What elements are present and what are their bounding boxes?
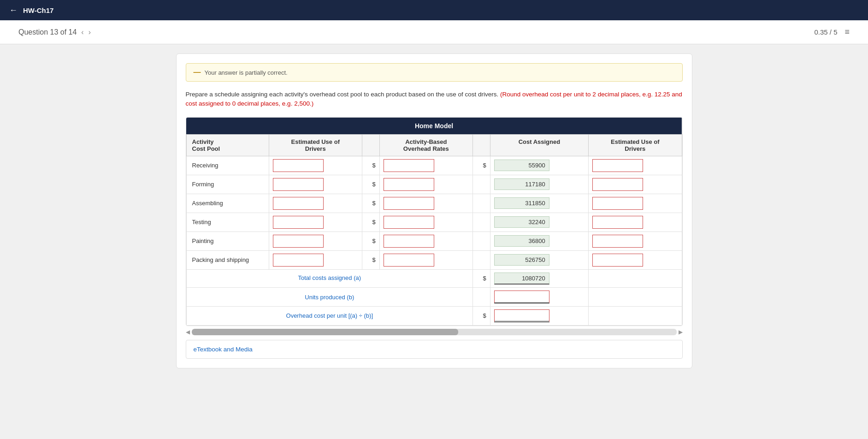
packing-est-drivers-1-input[interactable] <box>273 254 324 267</box>
forming-est-drivers-1-input[interactable] <box>273 178 324 191</box>
prev-question-button[interactable]: ‹ <box>81 28 83 36</box>
col-header-activity: ActivityCost Pool <box>186 134 269 156</box>
testing-cost-value: 32240 <box>494 216 549 228</box>
next-question-button[interactable]: › <box>89 28 91 36</box>
total-label: Total costs assigned (a) <box>298 274 361 281</box>
score-area: 0.35 / 5 ≡ <box>814 27 850 37</box>
col-header-est-drivers-1: Estimated Use ofDrivers <box>269 134 362 156</box>
painting-est-drivers-2-input[interactable] <box>592 235 643 248</box>
etextbook-label: eTextbook and Media <box>194 346 253 353</box>
forming-ab-rate-input[interactable] <box>384 178 434 191</box>
forming-cost-value: 117180 <box>494 178 549 190</box>
top-navigation: ← HW-Ch17 <box>0 0 868 20</box>
testing-est-drivers-2-input[interactable] <box>592 216 643 229</box>
assembling-ab-rate-input[interactable] <box>384 197 434 210</box>
receiving-cost-assigned-cell: 55900 <box>490 156 588 175</box>
overhead-spacer-col <box>589 306 682 325</box>
assembling-est-drivers-2-cell <box>589 194 682 213</box>
table-row: Testing $ 32240 <box>186 213 682 231</box>
units-produced-input[interactable] <box>494 291 549 303</box>
receiving-cost-value: 55900 <box>494 160 549 171</box>
assembling-est-drivers-2-input[interactable] <box>592 197 643 210</box>
units-spacer-dollar <box>473 287 490 306</box>
scroll-right-arrow[interactable]: ▶ <box>679 329 683 335</box>
main-content: — Your answer is partially correct. Prep… <box>158 44 711 385</box>
instructions: Prepare a schedule assigning each activi… <box>186 90 683 109</box>
scrollbar-track[interactable] <box>192 329 677 335</box>
painting-est-drivers-1-cell <box>269 231 362 250</box>
list-icon[interactable]: ≡ <box>844 27 850 37</box>
receiving-ab-rate-input[interactable] <box>384 159 434 172</box>
painting-cost-value: 36800 <box>494 235 549 247</box>
overhead-cost-input[interactable] <box>494 309 549 322</box>
scrollbar-thumb <box>192 329 459 335</box>
receiving-est-drivers-2-cell <box>589 156 682 175</box>
packing-ab-rate-input[interactable] <box>384 254 434 267</box>
col-header-ab-rates: Activity-BasedOverhead Rates <box>379 134 472 156</box>
testing-ab-rate-input[interactable] <box>384 216 434 229</box>
col-header-spacer2 <box>473 134 490 156</box>
testing-cost-assigned-cell: 32240 <box>490 213 588 231</box>
scrollbar-area: ◀ ▶ <box>186 329 683 335</box>
activity-testing: Testing <box>186 213 269 231</box>
painting-est-drivers-1-input[interactable] <box>273 235 324 248</box>
assembling-dollar-1: $ <box>362 194 379 213</box>
receiving-est-drivers-2-input[interactable] <box>592 159 643 172</box>
receiving-est-drivers-1-input[interactable] <box>273 159 324 172</box>
packing-dollar-1: $ <box>362 250 379 269</box>
scroll-left-arrow[interactable]: ◀ <box>186 329 190 335</box>
table-row: Painting $ 36800 <box>186 231 682 250</box>
units-label: Units produced (b) <box>305 294 354 301</box>
activity-painting: Painting <box>186 231 269 250</box>
painting-ab-rate-input[interactable] <box>384 235 434 248</box>
instructions-main: Prepare a schedule assigning each activi… <box>186 91 499 98</box>
forming-dollar-1: $ <box>362 175 379 194</box>
col-header-spacer1 <box>362 134 379 156</box>
forming-ab-rate-cell <box>379 175 472 194</box>
question-label: Question 13 of 14 <box>18 28 77 36</box>
testing-dollar-1: $ <box>362 213 379 231</box>
question-header: Question 13 of 14 ‹ › 0.35 / 5 ≡ <box>0 20 868 44</box>
packing-dollar-2 <box>473 250 490 269</box>
packing-cost-assigned-cell: 526750 <box>490 250 588 269</box>
packing-est-drivers-2-input[interactable] <box>592 254 643 267</box>
receiving-est-drivers-1-cell <box>269 156 362 175</box>
column-header-row: ActivityCost Pool Estimated Use ofDriver… <box>186 134 682 156</box>
units-produced-row: Units produced (b) <box>186 287 682 306</box>
etextbook-bar[interactable]: eTextbook and Media <box>186 340 683 359</box>
testing-est-drivers-1-input[interactable] <box>273 216 324 229</box>
total-cost-value: 1080720 <box>494 273 549 285</box>
packing-ab-rate-cell <box>379 250 472 269</box>
hw-title: HW-Ch17 <box>23 6 53 14</box>
packing-cost-value: 526750 <box>494 254 549 266</box>
table-row: Receiving $ $ 55900 <box>186 156 682 175</box>
painting-dollar-2 <box>473 231 490 250</box>
units-input-cell <box>490 287 588 306</box>
forming-est-drivers-2-input[interactable] <box>592 178 643 191</box>
assembling-est-drivers-1-cell <box>269 194 362 213</box>
assembling-cost-assigned-cell: 311850 <box>490 194 588 213</box>
table-row: Forming $ 117180 <box>186 175 682 194</box>
packing-est-drivers-1-cell <box>269 250 362 269</box>
total-spacer <box>589 269 682 287</box>
painting-cost-assigned-cell: 36800 <box>490 231 588 250</box>
packing-est-drivers-2-cell <box>589 250 682 269</box>
assembling-ab-rate-cell <box>379 194 472 213</box>
back-arrow-icon[interactable]: ← <box>9 6 18 15</box>
testing-ab-rate-cell <box>379 213 472 231</box>
total-dollar: $ <box>473 269 490 287</box>
painting-ab-rate-cell <box>379 231 472 250</box>
testing-est-drivers-1-cell <box>269 213 362 231</box>
table-row: Packing and shipping $ 526750 <box>186 250 682 269</box>
dash-icon: — <box>194 68 201 77</box>
col-header-est-drivers-2: Estimated Use ofDrivers <box>589 134 682 156</box>
partial-correct-banner: — Your answer is partially correct. <box>186 63 683 82</box>
table-title: Home Model <box>186 118 682 135</box>
overhead-dollar: $ <box>473 306 490 325</box>
table-title-row: Home Model <box>186 118 682 135</box>
assembling-est-drivers-1-input[interactable] <box>273 197 324 210</box>
painting-est-drivers-2-cell <box>589 231 682 250</box>
forming-est-drivers-1-cell <box>269 175 362 194</box>
assembling-dollar-2 <box>473 194 490 213</box>
table-wrapper: Home Model ActivityCost Pool Estimated U… <box>186 117 683 326</box>
